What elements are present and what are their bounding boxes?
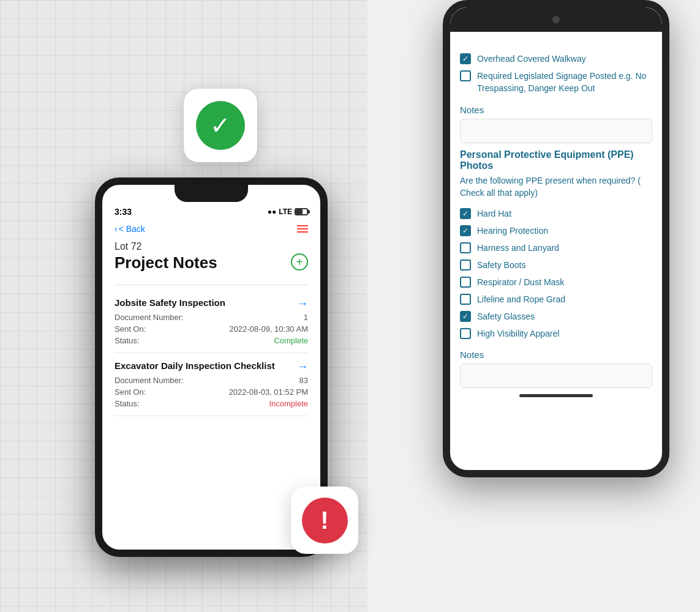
status-label-1: Status: xyxy=(115,336,139,345)
hearing-checkbox[interactable]: ✓ xyxy=(460,225,471,236)
ppe-item-lifeline[interactable]: Lifeline and Rope Grad xyxy=(460,291,652,308)
battery-icon xyxy=(295,208,308,215)
covered-walkway-label: Overhead Covered Walkway xyxy=(477,54,586,64)
jobsite-title: Jobsite Safety Inspection xyxy=(115,297,292,308)
lifeline-label: Lifeline and Rope Grad xyxy=(477,294,565,304)
time-display: 3:33 xyxy=(115,207,132,217)
project-notes-title: Project Notes xyxy=(115,253,217,272)
camera-dot xyxy=(552,16,560,23)
jobsite-status-row: Status: Complete xyxy=(115,336,308,345)
notes-input-2[interactable] xyxy=(460,364,652,388)
back-chevron: ‹ xyxy=(115,224,118,234)
checkmark-icon: ✓ xyxy=(210,113,231,138)
notes-label-1: Notes xyxy=(460,105,652,115)
left-phone-notch xyxy=(175,185,248,202)
phone-body: ‹ < Back Lot 72 Project Notes + Jobsite … xyxy=(102,219,320,416)
red-circle: ! xyxy=(302,498,348,543)
excavator-title: Excavator Daily Inspection Checklist xyxy=(115,360,292,371)
sent-on-value-1: 2022-08-09, 10:30 AM xyxy=(229,324,308,334)
status-label-2: Status: xyxy=(115,399,139,408)
right-phone-notch xyxy=(450,7,662,32)
green-circle: ✓ xyxy=(196,101,245,150)
boots-checkbox[interactable] xyxy=(460,259,471,271)
lot-label: Lot 72 xyxy=(115,241,217,252)
ppe-item-boots[interactable]: Safety Boots xyxy=(460,256,652,274)
respirator-label: Respirator / Dust Mask xyxy=(477,277,564,287)
nav-bar: ‹ < Back xyxy=(115,219,308,239)
doc-number-value-1: 1 xyxy=(304,313,308,322)
ppe-item-glasses[interactable]: ✓ Safety Glasses xyxy=(460,308,652,325)
glasses-checkbox[interactable]: ✓ xyxy=(460,311,471,322)
arrow-right-1: → xyxy=(297,297,308,310)
hard-hat-label: Hard Hat xyxy=(477,209,511,218)
status-icons: ●● LTE xyxy=(268,207,308,216)
status-value-2: Incomplete xyxy=(269,399,308,408)
signage-label: Required Legislated Signage Posted e.g. … xyxy=(477,70,652,94)
hiviz-checkbox[interactable] xyxy=(460,328,471,339)
back-label: < Back xyxy=(119,224,145,234)
ppe-item-hiviz[interactable]: High Visibility Apparel xyxy=(460,325,652,342)
right-phone: ✓ Overhead Covered Walkway Required Legi… xyxy=(443,0,669,477)
battery-fill xyxy=(296,209,303,214)
jobsite-sent-row: Sent On: 2022-08-09, 10:30 AM xyxy=(115,324,308,334)
ppe-item-hearing[interactable]: ✓ Hearing Protection xyxy=(460,222,652,239)
excavator-status-row: Status: Incomplete xyxy=(115,399,308,408)
menu-line-1 xyxy=(297,225,308,226)
status-bar: 3:33 ●● LTE xyxy=(102,202,320,219)
notes-input-1[interactable] xyxy=(460,119,652,143)
divider-top xyxy=(115,285,308,285)
status-value-1: Complete xyxy=(274,336,308,345)
doc-number-label-1: Document Number: xyxy=(115,313,184,322)
lifeline-checkbox[interactable] xyxy=(460,294,471,305)
home-indicator xyxy=(519,394,593,397)
excavator-sent-row: Sent On: 2022-08-03, 01:52 PM xyxy=(115,387,308,397)
ppe-item-hard-hat[interactable]: ✓ Hard Hat xyxy=(460,205,652,222)
right-phone-content[interactable]: ✓ Overhead Covered Walkway Required Legi… xyxy=(450,38,662,477)
hiviz-label: High Visibility Apparel xyxy=(477,329,559,338)
ppe-item-harness[interactable]: Harness and Lanyard xyxy=(460,239,652,256)
boots-label: Safety Boots xyxy=(477,260,525,270)
sent-on-label-1: Sent On: xyxy=(115,324,146,334)
signage-checkbox[interactable] xyxy=(460,70,471,81)
hearing-label: Hearing Protection xyxy=(477,226,548,236)
jobsite-doc-row: Document Number: 1 xyxy=(115,313,308,322)
list-item-jobsite[interactable]: Jobsite Safety Inspection → Document Num… xyxy=(115,290,308,353)
ppe-question: Are the following PPE present when requi… xyxy=(460,175,652,199)
hard-hat-checkbox[interactable]: ✓ xyxy=(460,208,471,219)
menu-line-3 xyxy=(297,231,308,233)
arrow-right-2: → xyxy=(297,360,308,373)
glasses-label: Safety Glasses xyxy=(477,312,535,321)
ppe-item-respirator[interactable]: Respirator / Dust Mask xyxy=(460,274,652,291)
signage-item[interactable]: Required Legislated Signage Posted e.g. … xyxy=(460,67,652,97)
excavator-doc-row: Document Number: 83 xyxy=(115,376,308,385)
doc-number-label-2: Document Number: xyxy=(115,376,184,385)
list-item-excavator[interactable]: Excavator Daily Inspection Checklist → D… xyxy=(115,353,308,416)
notes-label-2: Notes xyxy=(460,349,652,360)
exclaim-icon: ! xyxy=(320,508,328,532)
sent-on-value-2: 2022-08-03, 01:52 PM xyxy=(229,387,308,397)
menu-icon[interactable] xyxy=(297,225,308,233)
signal-icon: ●● xyxy=(268,207,277,216)
covered-walkway-checkbox[interactable]: ✓ xyxy=(460,53,471,64)
harness-label: Harness and Lanyard xyxy=(477,243,559,253)
ppe-section-title: Personal Protective Equipment (PPE) Phot… xyxy=(460,149,652,171)
lte-label: LTE xyxy=(279,207,292,216)
ppe-checklist: ✓ Hard Hat ✓ Hearing Protection Harness … xyxy=(460,205,652,342)
harness-checkbox[interactable] xyxy=(460,242,471,253)
respirator-checkbox[interactable] xyxy=(460,277,471,288)
covered-walkway-item[interactable]: ✓ Overhead Covered Walkway xyxy=(460,50,652,67)
add-button[interactable]: + xyxy=(291,253,308,271)
sent-on-label-2: Sent On: xyxy=(115,387,146,397)
back-button[interactable]: ‹ < Back xyxy=(115,224,145,234)
doc-number-value-2: 83 xyxy=(299,376,308,385)
green-check-badge: ✓ xyxy=(184,89,257,162)
red-alert-badge: ! xyxy=(291,487,358,554)
menu-line-2 xyxy=(297,228,308,230)
